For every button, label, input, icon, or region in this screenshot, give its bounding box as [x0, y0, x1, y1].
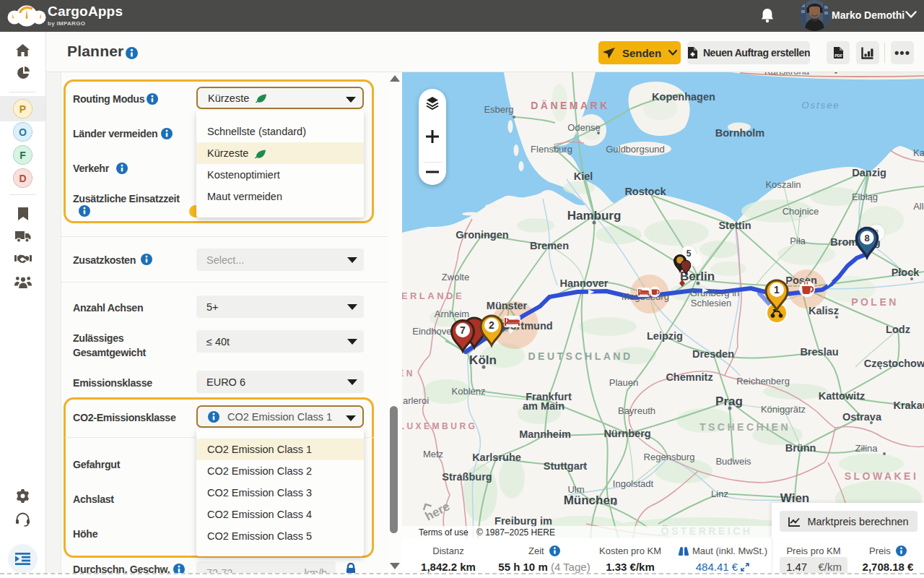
svg-text:Straßburg: Straßburg [442, 471, 492, 483]
svg-text:Krakau: Krakau [893, 400, 924, 411]
svg-text:Mannheim: Mannheim [519, 428, 571, 440]
svg-text:Zilina: Zilina [855, 443, 878, 454]
svg-text:Kattowitz: Kattowitz [819, 390, 865, 402]
svg-text:Linz: Linz [711, 488, 728, 499]
svg-text:Kiel: Kiel [574, 171, 593, 182]
svg-text:Königgrätz: Königgrätz [761, 404, 806, 415]
svg-text:Kalisz: Kalisz [808, 305, 839, 316]
svg-text:Rostock: Rostock [624, 186, 666, 197]
svg-text:Odense: Odense [567, 122, 601, 133]
svg-text:POLEN: POLEN [851, 296, 899, 308]
svg-text:2: 2 [489, 319, 494, 331]
svg-text:Leipzig: Leipzig [647, 330, 683, 342]
svg-text:PDF: PDF [834, 53, 842, 58]
svg-text:7: 7 [460, 324, 466, 336]
svg-text:Kopenhagen: Kopenhagen [652, 91, 715, 103]
svg-text:Budweis: Budweis [715, 456, 751, 467]
svg-text:Guldborgsund: Guldborgsund [606, 144, 665, 155]
svg-text:Bayreuth: Bayreuth [618, 405, 655, 416]
svg-text:Karlsruhe: Karlsruhe [472, 452, 521, 463]
svg-text:EN: EN [402, 368, 415, 379]
svg-text:Esberg: Esberg [484, 104, 513, 115]
svg-text:8: 8 [864, 233, 869, 243]
svg-text:Schlesien: Schlesien [691, 298, 731, 309]
svg-text:Hamburg: Hamburg [567, 209, 622, 223]
svg-text:München: München [564, 493, 618, 507]
svg-text:Ostrava: Ostrava [842, 411, 882, 423]
svg-text:Danzig: Danzig [852, 167, 886, 178]
svg-text:TSCHECHIEN: TSCHECHIEN [699, 421, 790, 433]
svg-text:Koszalin: Koszalin [765, 179, 801, 190]
svg-text:Zwolte: Zwolte [442, 272, 469, 282]
svg-text:5: 5 [687, 249, 692, 259]
svg-text:Chojnice: Chojnice [783, 206, 819, 217]
svg-text:Ka: Ka [913, 147, 924, 158]
svg-text:arleroi: arleroi [403, 395, 429, 406]
svg-text:Karlskrona: Karlskrona [764, 72, 810, 77]
svg-text:Breslau: Breslau [800, 346, 838, 358]
svg-text:Częstochowa: Częstochowa [864, 358, 924, 369]
svg-text:DEUTSCHLAND: DEUTSCHLAND [528, 350, 632, 362]
svg-text:Brünn: Brünn [785, 442, 816, 454]
svg-text:Groningen: Groningen [456, 229, 508, 241]
svg-text:Prag: Prag [715, 394, 743, 408]
svg-text:Lodz: Lodz [886, 324, 910, 335]
svg-text:Münster: Münster [487, 300, 528, 311]
svg-text:Płock: Płock [892, 267, 920, 278]
svg-text:Köln: Köln [469, 353, 497, 367]
svg-text:Bremen: Bremen [530, 240, 569, 251]
svg-text:Elbląg: Elbląg [852, 191, 878, 202]
svg-text:SLOWAKEI: SLOWAKEI [845, 470, 919, 482]
svg-text:1: 1 [774, 284, 780, 296]
svg-text:Stettin: Stettin [718, 220, 751, 231]
svg-text:Nürnberg: Nürnberg [603, 428, 650, 439]
svg-text:LUXEMBURG: LUXEMBURG [402, 421, 477, 431]
svg-text:Piła: Piła [790, 236, 806, 246]
svg-text:am Main: am Main [523, 400, 565, 412]
svg-text:Flensburg: Flensburg [531, 144, 572, 155]
svg-text:Chemnitz: Chemnitz [666, 371, 712, 383]
svg-text:Stuttgart: Stuttgart [544, 460, 588, 472]
svg-text:Plauen: Plauen [609, 377, 638, 388]
svg-text:Regensburg: Regensburg [644, 452, 695, 462]
svg-text:Grunberg in: Grunberg in [690, 288, 740, 298]
svg-text:Bornholm: Bornholm [715, 127, 764, 139]
svg-text:Koblenz: Koblenz [452, 386, 486, 397]
svg-text:Dresden: Dresden [692, 348, 734, 360]
svg-text:Freiburg im: Freiburg im [494, 515, 552, 527]
svg-text:Ingolstadt: Ingolstadt [613, 478, 654, 489]
svg-text:Arnheim: Arnheim [435, 309, 469, 319]
svg-text:Eindhoven: Eindhoven [412, 326, 456, 337]
svg-text:Ostsee: Ostsee [801, 100, 840, 111]
svg-text:Ulm: Ulm [567, 484, 584, 495]
svg-text:DERLANDE: DERLANDE [402, 290, 464, 301]
svg-text:Alle: Alle [913, 201, 924, 212]
svg-text:DÄNEMARK: DÄNEMARK [531, 100, 610, 111]
svg-text:Hannover: Hannover [560, 277, 609, 289]
svg-text:Reichenberg: Reichenberg [736, 376, 790, 387]
svg-text:Metz: Metz [423, 449, 443, 460]
